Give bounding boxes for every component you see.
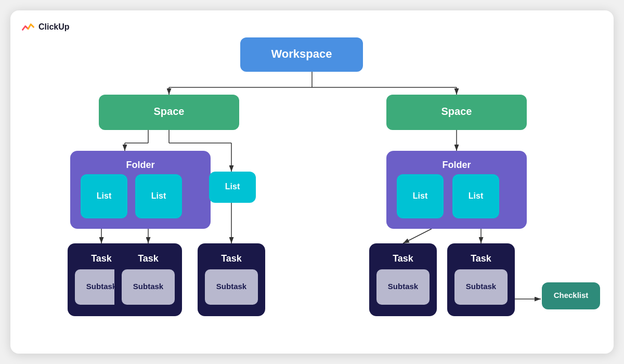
left-folder-list2-label: List <box>151 191 166 200</box>
right-folder-label: Folder <box>442 160 471 170</box>
standalone-list-label: List <box>225 182 240 191</box>
task3-subtask-label: Subtask <box>216 282 247 291</box>
diagram-svg: Workspace Space Space Folder List List L… <box>10 10 614 354</box>
task1-label: Task <box>91 253 112 264</box>
task3-label: Task <box>221 253 242 264</box>
task1-subtask-label: Subtask <box>86 282 117 291</box>
main-card: ClickUp <box>10 10 614 354</box>
right-folder-list2-label: List <box>469 191 484 200</box>
task5-subtask-label: Subtask <box>466 282 497 291</box>
left-space-label: Space <box>154 106 185 117</box>
logo-text: ClickUp <box>38 22 70 32</box>
task2-subtask-label: Subtask <box>133 282 164 291</box>
right-folder-list1-label: List <box>413 191 428 200</box>
left-folder-list1-label: List <box>97 191 112 200</box>
logo: ClickUp <box>21 20 70 34</box>
svg-line-17 <box>403 229 432 243</box>
left-folder-label: Folder <box>126 160 154 170</box>
task4-subtask-label: Subtask <box>388 282 419 291</box>
task2-label: Task <box>138 253 159 264</box>
right-space-label: Space <box>441 106 472 117</box>
checklist-label: Checklist <box>554 291 589 300</box>
task5-label: Task <box>471 253 492 264</box>
clickup-logo-icon <box>21 20 35 34</box>
workspace-label: Workspace <box>271 47 332 60</box>
task4-label: Task <box>393 253 414 264</box>
